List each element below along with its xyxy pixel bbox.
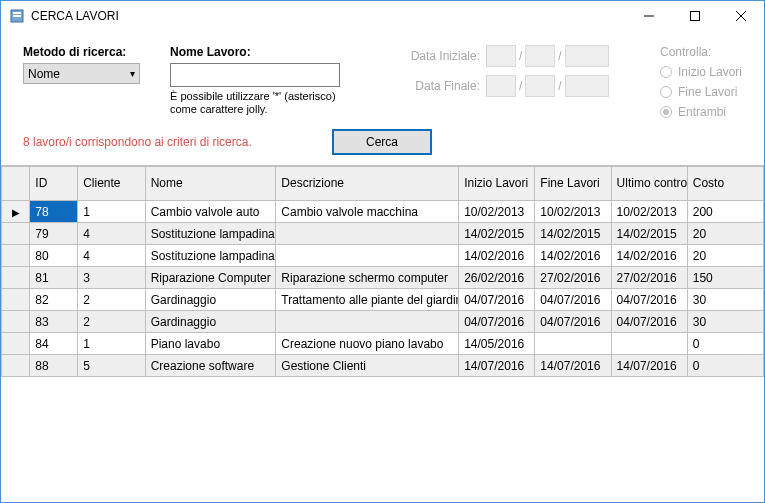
cell-descrizione[interactable]: Gestione Clienti	[276, 355, 459, 377]
cell-id[interactable]: 83	[30, 311, 78, 333]
cell-cliente[interactable]: 2	[78, 311, 145, 333]
filters-panel: Metodo di ricerca: Nome ▾ Nome Lavoro: È…	[1, 31, 764, 129]
date-start-year	[565, 45, 609, 67]
cell-ultimo[interactable]: 04/07/2016	[611, 311, 687, 333]
results-grid[interactable]: ID Cliente Nome Descrizione Inizio Lavor…	[1, 165, 764, 377]
table-row[interactable]: 841Piano lavaboCreazione nuovo piano lav…	[2, 333, 764, 355]
cell-ultimo[interactable]	[611, 333, 687, 355]
cell-costo[interactable]: 30	[687, 289, 763, 311]
cell-fine[interactable]: 04/07/2016	[535, 311, 611, 333]
col-cliente[interactable]: Cliente	[78, 167, 145, 201]
minimize-button[interactable]	[626, 1, 672, 31]
cell-inizio[interactable]: 10/02/2013	[459, 201, 535, 223]
name-input[interactable]	[170, 63, 340, 87]
date-end-month	[525, 75, 555, 97]
radio-fine: Fine Lavori	[660, 85, 742, 99]
table-row[interactable]: 822GardinaggioTrattamento alle piante de…	[2, 289, 764, 311]
table-row[interactable]: 794Sostituzione lampadina14/02/201514/02…	[2, 223, 764, 245]
cell-cliente[interactable]: 2	[78, 289, 145, 311]
cell-inizio[interactable]: 14/07/2016	[459, 355, 535, 377]
cell-ultimo[interactable]: 27/02/2016	[611, 267, 687, 289]
cell-descrizione[interactable]: Trattamento alle piante del giardino	[276, 289, 459, 311]
col-ultimo[interactable]: Ultimo controllo	[611, 167, 687, 201]
date-start-label: Data Iniziale:	[400, 49, 480, 63]
svg-rect-2	[13, 15, 21, 17]
titlebar[interactable]: CERCA LAVORI	[1, 1, 764, 31]
cell-descrizione[interactable]	[276, 223, 459, 245]
cell-fine[interactable]: 14/02/2015	[535, 223, 611, 245]
cell-id[interactable]: 84	[30, 333, 78, 355]
row-indicator	[2, 267, 30, 289]
cell-ultimo[interactable]: 14/07/2016	[611, 355, 687, 377]
cell-descrizione[interactable]: Cambio valvole macchina	[276, 201, 459, 223]
col-costo[interactable]: Costo	[687, 167, 763, 201]
table-row[interactable]: 813Riparazione ComputerRiparazione scher…	[2, 267, 764, 289]
cell-id[interactable]: 78	[30, 201, 78, 223]
close-button[interactable]	[718, 1, 764, 31]
cell-descrizione[interactable]	[276, 245, 459, 267]
cell-nome[interactable]: Creazione software	[145, 355, 276, 377]
cell-id[interactable]: 82	[30, 289, 78, 311]
cell-inizio[interactable]: 26/02/2016	[459, 267, 535, 289]
date-start-month	[525, 45, 555, 67]
cell-costo[interactable]: 0	[687, 333, 763, 355]
cell-nome[interactable]: Gardinaggio	[145, 289, 276, 311]
col-nome[interactable]: Nome	[145, 167, 276, 201]
cell-costo[interactable]: 200	[687, 201, 763, 223]
cell-fine[interactable]: 10/02/2013	[535, 201, 611, 223]
cell-costo[interactable]: 0	[687, 355, 763, 377]
table-row[interactable]: 832Gardinaggio04/07/201604/07/201604/07/…	[2, 311, 764, 333]
cell-cliente[interactable]: 5	[78, 355, 145, 377]
cell-fine[interactable]: 14/07/2016	[535, 355, 611, 377]
cell-nome[interactable]: Piano lavabo	[145, 333, 276, 355]
cell-id[interactable]: 88	[30, 355, 78, 377]
cell-fine[interactable]: 14/02/2016	[535, 245, 611, 267]
cell-nome[interactable]: Riparazione Computer	[145, 267, 276, 289]
cell-inizio[interactable]: 14/02/2015	[459, 223, 535, 245]
cell-cliente[interactable]: 1	[78, 333, 145, 355]
cell-nome[interactable]: Sostituzione lampadina	[145, 223, 276, 245]
cell-costo[interactable]: 150	[687, 267, 763, 289]
col-descrizione[interactable]: Descrizione	[276, 167, 459, 201]
cell-costo[interactable]: 30	[687, 311, 763, 333]
cell-fine[interactable]	[535, 333, 611, 355]
table-row[interactable]: 804Sostituzione lampadina14/02/201614/02…	[2, 245, 764, 267]
cell-costo[interactable]: 20	[687, 223, 763, 245]
cell-costo[interactable]: 20	[687, 245, 763, 267]
cell-ultimo[interactable]: 10/02/2013	[611, 201, 687, 223]
cell-nome[interactable]: Gardinaggio	[145, 311, 276, 333]
cell-id[interactable]: 80	[30, 245, 78, 267]
search-button[interactable]: Cerca	[332, 129, 432, 155]
cell-descrizione[interactable]: Creazione nuovo piano lavabo	[276, 333, 459, 355]
cell-nome[interactable]: Cambio valvole auto	[145, 201, 276, 223]
cell-id[interactable]: 79	[30, 223, 78, 245]
method-label: Metodo di ricerca:	[23, 45, 140, 59]
cell-descrizione[interactable]: Riparazione schermo computer	[276, 267, 459, 289]
col-fine[interactable]: Fine Lavori	[535, 167, 611, 201]
table-row[interactable]: ▶781Cambio valvole autoCambio valvole ma…	[2, 201, 764, 223]
cell-id[interactable]: 81	[30, 267, 78, 289]
cell-nome[interactable]: Sostituzione lampadina	[145, 245, 276, 267]
row-indicator	[2, 245, 30, 267]
method-select[interactable]: Nome ▾	[23, 63, 140, 84]
cell-descrizione[interactable]	[276, 311, 459, 333]
col-id[interactable]: ID	[30, 167, 78, 201]
cell-cliente[interactable]: 1	[78, 201, 145, 223]
cell-inizio[interactable]: 04/07/2016	[459, 311, 535, 333]
cell-inizio[interactable]: 14/05/2016	[459, 333, 535, 355]
cell-inizio[interactable]: 14/02/2016	[459, 245, 535, 267]
cell-ultimo[interactable]: 04/07/2016	[611, 289, 687, 311]
cell-cliente[interactable]: 3	[78, 267, 145, 289]
cell-fine[interactable]: 27/02/2016	[535, 267, 611, 289]
cell-ultimo[interactable]: 14/02/2016	[611, 245, 687, 267]
cell-fine[interactable]: 04/07/2016	[535, 289, 611, 311]
date-start-day	[486, 45, 516, 67]
col-inizio[interactable]: Inizio Lavori	[459, 167, 535, 201]
name-hint: È possibile utilizzare '*' (asterisco) c…	[170, 90, 350, 116]
cell-inizio[interactable]: 04/07/2016	[459, 289, 535, 311]
cell-cliente[interactable]: 4	[78, 245, 145, 267]
maximize-button[interactable]	[672, 1, 718, 31]
cell-ultimo[interactable]: 14/02/2015	[611, 223, 687, 245]
table-row[interactable]: 885Creazione softwareGestione Clienti14/…	[2, 355, 764, 377]
cell-cliente[interactable]: 4	[78, 223, 145, 245]
